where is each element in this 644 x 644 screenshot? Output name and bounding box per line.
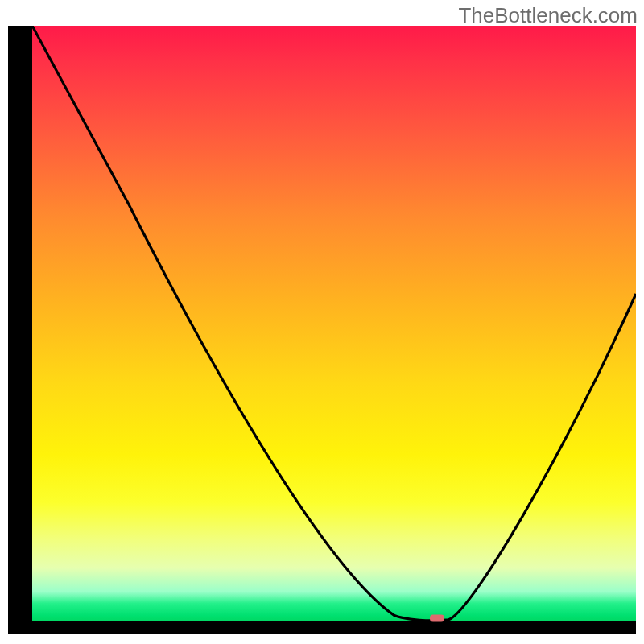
watermark-text: TheBottleneck.com <box>458 3 638 28</box>
bottleneck-curve <box>32 26 636 621</box>
chart-plot-area <box>32 26 636 621</box>
chart-frame <box>8 26 636 634</box>
optimum-marker <box>430 615 444 622</box>
